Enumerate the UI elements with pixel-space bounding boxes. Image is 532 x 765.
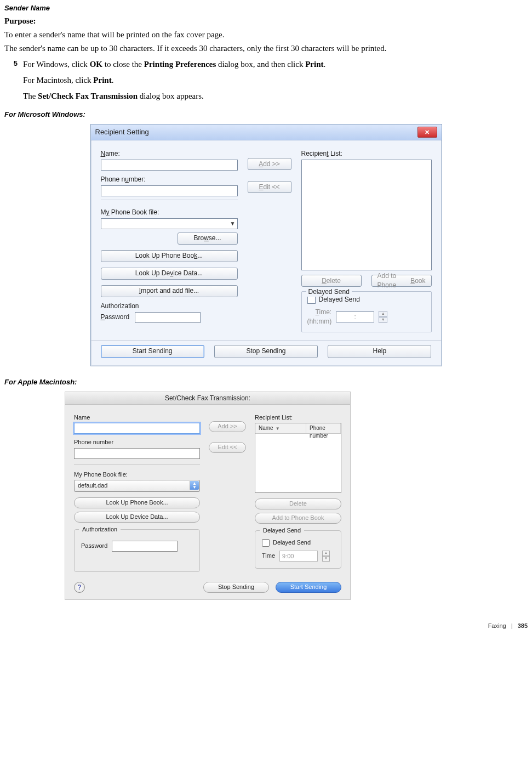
- mac-name-input[interactable]: [74, 423, 200, 434]
- mac-list-header: Name▼ Phone number: [255, 423, 341, 434]
- mac-delayed-send-group: Delayed Send Delayed Send Time 9:00 ▲▼: [255, 530, 341, 568]
- recipient-list-label: Recipient List:: [301, 149, 432, 158]
- footer-separator: |: [511, 622, 513, 629]
- mac-name-label: Name: [74, 413, 200, 422]
- mac-add-recipient-button[interactable]: Add >>: [209, 421, 246, 432]
- help-button[interactable]: Help: [328, 345, 431, 358]
- window-title: Recipient Setting: [95, 124, 149, 140]
- mac-password-label: Password: [81, 542, 107, 550]
- recipient-list[interactable]: [301, 160, 432, 270]
- mac-phonebook-file-popup[interactable]: default.dad ▲▼: [74, 480, 200, 492]
- heading-for-mac: For Apple Macintosh:: [4, 377, 528, 387]
- edit-recipient-button[interactable]: Edit <<: [248, 181, 291, 193]
- mac-stop-sending-button[interactable]: Stop Sending: [203, 582, 269, 593]
- mac-time-label: Time: [262, 552, 275, 560]
- mac-phone-label: Phone number: [74, 438, 200, 446]
- footer-page-number: 385: [518, 622, 528, 629]
- heading-for-windows: For Microsoft Windows:: [4, 110, 528, 120]
- phonebook-file-combo[interactable]: ▼: [101, 218, 238, 229]
- col-phone-header[interactable]: Phone number: [306, 423, 341, 433]
- mac-dialog: Set/Check Fax Transmission: Name Phone n…: [65, 392, 351, 600]
- step-5: 5 For Windows, click OK to close the Pri…: [4, 59, 528, 106]
- close-button[interactable]: ✕: [417, 127, 437, 138]
- browse-button[interactable]: Browse...: [178, 233, 238, 245]
- delayed-send-group: Delayed Send Delayed Send Time: (hh:mm) …: [301, 291, 432, 332]
- import-add-file-button[interactable]: Import and add file...: [101, 285, 238, 297]
- mac-window-title: Set/Check Fax Transmission:: [65, 392, 350, 405]
- col-name-header[interactable]: Name▼: [255, 423, 306, 433]
- mac-edit-recipient-button[interactable]: Edit <<: [209, 442, 246, 453]
- chevron-down-icon: ▼: [230, 220, 236, 228]
- mac-phone-input[interactable]: [74, 448, 200, 459]
- mac-lookup-phonebook-button[interactable]: Look Up Phone Book...: [74, 497, 200, 508]
- mac-delayed-send-checkbox-label: Delayed Send: [273, 539, 311, 547]
- add-recipient-button[interactable]: Add >>: [248, 158, 291, 170]
- mac-phonebook-file-value: default.dad: [78, 482, 107, 489]
- phone-label: Phone number:: [101, 175, 238, 184]
- stop-sending-button[interactable]: Stop Sending: [214, 345, 318, 358]
- step5-windows-line: For Windows, click OK to close the Print…: [23, 59, 528, 70]
- step-number: 5: [4, 59, 18, 106]
- phone-input[interactable]: [101, 185, 238, 196]
- page-footer: Faxing | 385: [4, 622, 528, 630]
- name-label: Name:: [101, 149, 238, 158]
- phonebook-file-label: My Phone Book file:: [101, 208, 238, 217]
- delete-button[interactable]: Delete: [301, 275, 362, 287]
- step5-mac-line: For Macintosh, click Print.: [23, 75, 528, 86]
- mac-recipient-list[interactable]: Name▼ Phone number: [255, 423, 341, 493]
- mac-recipient-list-label: Recipient List:: [255, 413, 341, 422]
- name-input[interactable]: [101, 160, 238, 171]
- mac-start-sending-button[interactable]: Start Sending: [276, 582, 341, 593]
- password-label: Password: [101, 313, 130, 322]
- purpose-label: Purpose:: [4, 15, 528, 27]
- step5-result-line: The Set/Check Fax Transmission dialog bo…: [23, 90, 528, 102]
- mac-delayed-send-legend: Delayed Send: [260, 526, 304, 535]
- time-spinner[interactable]: ▲▼: [379, 311, 387, 323]
- help-icon[interactable]: ?: [74, 582, 85, 593]
- authorization-label: Authorization: [101, 302, 238, 311]
- add-to-phonebook-button[interactable]: Add to Phone Book: [371, 275, 432, 287]
- window-titlebar: Recipient Setting ✕: [91, 124, 442, 140]
- password-input[interactable]: [135, 312, 201, 323]
- mac-authorization-group: Authorization Password: [74, 529, 200, 572]
- mac-time-spinner[interactable]: ▲▼: [322, 551, 330, 562]
- lookup-phonebook-button[interactable]: Look Up Phone Book...: [101, 250, 238, 262]
- mac-phonebook-file-label: My Phone Book file:: [74, 471, 200, 479]
- heading-sender-name: Sender Name: [4, 3, 528, 13]
- mac-password-input[interactable]: [112, 541, 178, 552]
- sort-caret-icon: ▼: [276, 426, 280, 431]
- footer-section: Faxing: [488, 622, 506, 629]
- popup-arrows-icon: ▲▼: [192, 481, 197, 489]
- mac-delete-button[interactable]: Delete: [255, 498, 341, 509]
- checkbox-icon: [262, 539, 270, 547]
- mac-add-to-phonebook-button[interactable]: Add to Phone Book: [255, 513, 341, 524]
- time-label: Time:: [307, 308, 332, 317]
- mac-delayed-send-checkbox[interactable]: Delayed Send: [262, 539, 334, 547]
- mac-authorization-legend: Authorization: [79, 525, 121, 534]
- windows-dialog: Recipient Setting ✕ Name: Phone number: …: [90, 124, 442, 366]
- lookup-device-data-button[interactable]: Look Up Device Data...: [101, 268, 238, 280]
- start-sending-button[interactable]: Start Sending: [101, 345, 204, 358]
- time-input[interactable]: [336, 311, 374, 322]
- mac-time-input[interactable]: 9:00: [279, 551, 318, 562]
- checkbox-icon: [307, 296, 316, 304]
- limit-text: The sender's name can be up to 30 charac…: [4, 43, 528, 54]
- delayed-send-legend: Delayed Send: [306, 287, 352, 297]
- purpose-text: To enter a sender's name that will be pr…: [4, 29, 528, 41]
- mac-lookup-device-data-button[interactable]: Look Up Device Data...: [74, 512, 200, 523]
- time-hint: (hh:mm): [307, 317, 332, 326]
